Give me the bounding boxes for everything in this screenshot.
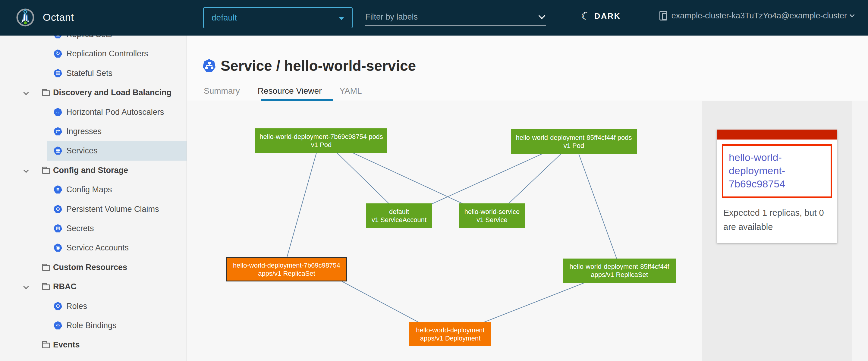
sidebar-section-custom-resources[interactable]: Custom Resources: [0, 257, 187, 277]
config-maps-icon: ≡: [54, 185, 62, 194]
sidebar-section-rbac[interactable]: RBAC: [0, 276, 187, 297]
sidebar-item-label: Services: [66, 146, 98, 156]
graph-node-deploy[interactable]: hello-world-deployment apps/v1 Deploymen…: [409, 322, 491, 346]
graph-node-svc[interactable]: hello-world-service v1 Service: [459, 203, 525, 228]
sidebar-item-persistent-volume-claims[interactable]: ⊖ Persistent Volume Claims: [0, 199, 187, 219]
graph-node-kind: v1 Pod: [564, 142, 584, 150]
services-icon: ▦: [54, 146, 62, 155]
selected-resource-link[interactable]: hello-world-deployment-7b69c98754: [729, 152, 785, 190]
selected-resource-box: hello-world-deployment-7b69c98754: [722, 144, 832, 198]
sidebar-item-replication-controllers[interactable]: ↻ Replication Controllers: [0, 44, 187, 64]
status-accent-bar: [717, 130, 837, 139]
sidebar-item-label: Replica Sets: [66, 36, 112, 39]
sidebar-item-label: Config Maps: [66, 185, 112, 194]
active-tab-underline: [261, 99, 333, 101]
folder-icon: [42, 285, 50, 290]
sidebar-item-services[interactable]: ▦ Services: [0, 141, 187, 161]
replica-sets-icon: ▣: [54, 36, 62, 39]
moon-icon: ☾: [580, 10, 591, 22]
sidebar-item-label: Roles: [66, 302, 87, 311]
graph-node-name: hello-world-deployment-85ff4cf44f: [569, 262, 670, 271]
chevron-down-icon[interactable]: [23, 90, 29, 95]
folder-icon: [42, 265, 50, 271]
chevron-down-icon: [849, 12, 855, 18]
sidebar-item-label: Horizontal Pod Autoscalers: [66, 107, 164, 117]
sidebar-item-config-maps[interactable]: ≡ Config Maps: [0, 179, 187, 199]
graph-node-kind: apps/v1 Deployment: [420, 334, 481, 342]
sidebar-section-events[interactable]: Events: [0, 335, 187, 355]
graph-node-pod2[interactable]: hello-world-deployment-85ff4cf44f pods v…: [511, 129, 637, 154]
sidebar-item-horizontal-pod-autoscalers[interactable]: ↔ Horizontal Pod Autoscalers: [0, 102, 187, 122]
app-header: Octant default ☾ DARK example-cluster-ka…: [0, 0, 868, 36]
sidebar-item-label: Persistent Volume Claims: [66, 205, 159, 214]
service-accounts-icon: ◉: [54, 243, 62, 252]
sidebar-section-label: RBAC: [53, 282, 76, 291]
graph-node-rs2[interactable]: hello-world-deployment-85ff4cf44f apps/v…: [563, 259, 676, 283]
sidebar-item-label: Secrets: [66, 224, 94, 233]
sidebar-section-discovery-and-load-balancing[interactable]: Discovery and Load Balancing: [0, 83, 187, 102]
graph-node-kind: v1 Pod: [311, 141, 332, 149]
folder-icon: [42, 90, 50, 96]
sidebar-nav: ▣ Replica Sets ↻ Replication Controllers…: [0, 36, 187, 361]
persistent-volume-claims-icon: ⊖: [54, 205, 62, 214]
label-filter-input[interactable]: [365, 8, 546, 26]
graph-node-kind: v1 ServiceAccount: [372, 216, 427, 224]
graph-node-rs1[interactable]: hello-world-deployment-7b69c98754 apps/v…: [226, 257, 347, 282]
theme-toggle-button[interactable]: ☾ DARK: [581, 11, 621, 21]
page-title: Service / hello-world-service: [221, 58, 416, 74]
chevron-down-icon[interactable]: [23, 167, 29, 173]
sidebar-item-secrets[interactable]: ⊠ Secrets: [0, 219, 187, 238]
sidebar-item-roles[interactable]: ⊙ Roles: [0, 296, 187, 316]
stateful-sets-icon: ▤: [54, 69, 62, 77]
graph-node-name: hello-world-deployment-7b69c98754 pods: [259, 133, 383, 141]
label-filter: [365, 8, 546, 26]
sidebar-item-service-accounts[interactable]: ◉ Service Accounts: [0, 238, 187, 258]
sidebar-item-label: Role Bindings: [66, 321, 117, 330]
app-title: Octant: [43, 11, 74, 23]
namespace-dropdown-value: default: [212, 13, 237, 23]
folder-icon: [42, 168, 50, 174]
caret-down-icon: [339, 17, 344, 20]
graph-node-name: hello-world-deployment-85ff4cf44f pods: [516, 133, 632, 142]
resource-header: Service / hello-world-service: [203, 58, 416, 73]
sidebar-section-label: Discovery and Load Balancing: [53, 88, 172, 97]
role-bindings-icon: ∞: [54, 321, 62, 330]
sidebar-item-role-bindings[interactable]: ∞ Role Bindings: [0, 316, 187, 335]
graph-node-name: hello-world-service: [464, 208, 520, 216]
graph-node-kind: apps/v1 ReplicaSet: [258, 269, 315, 277]
sidebar-section-config-and-storage[interactable]: Config and Storage: [0, 160, 187, 180]
status-message: Expected 1 replicas, but 0 are available: [723, 206, 831, 234]
graph-node-name: hello-world-deployment: [416, 326, 484, 334]
roles-icon: ⊙: [54, 302, 62, 310]
sidebar-item-label: Replication Controllers: [66, 49, 148, 59]
graph-node-name: default: [389, 208, 409, 216]
ingresses-icon: ⇄: [54, 127, 62, 136]
octant-compass-logo: [16, 8, 35, 27]
selected-resource-card: hello-world-deployment-7b69c98754 Expect…: [717, 130, 837, 243]
folder-icon: [42, 342, 50, 348]
graph-node-pod1[interactable]: hello-world-deployment-7b69c98754 pods v…: [255, 128, 387, 153]
horizontal-pod-autoscalers-icon: ↔: [54, 108, 62, 116]
cluster-icon: [659, 11, 667, 21]
sidebar-item-label: Ingresses: [66, 127, 101, 136]
sidebar-item-stateful-sets[interactable]: ▤ Stateful Sets: [0, 63, 187, 83]
sidebar-section-label: Config and Storage: [53, 166, 128, 175]
secrets-icon: ⊠: [54, 224, 62, 233]
sidebar-section-label: Events: [53, 340, 80, 350]
cluster-selector[interactable]: example-cluster-ka3TuTzYo4a@example-clus…: [659, 11, 855, 21]
scrollbar-track[interactable]: [852, 101, 868, 361]
graph-node-sa[interactable]: default v1 ServiceAccount: [366, 203, 432, 228]
chevron-down-icon[interactable]: [23, 284, 29, 289]
detail-panel: hello-world-deployment-7b69c98754 Expect…: [702, 101, 868, 361]
replication-controllers-icon: ↻: [54, 50, 62, 58]
sidebar-item-replica-sets[interactable]: ▣ Replica Sets: [0, 36, 187, 44]
namespace-dropdown[interactable]: default: [203, 7, 352, 28]
theme-toggle-label: DARK: [594, 11, 621, 21]
sidebar-item-ingresses[interactable]: ⇄ Ingresses: [0, 122, 187, 141]
sidebar-section-label: Custom Resources: [53, 263, 127, 272]
graph-node-name: hello-world-deployment-7b69c98754: [233, 261, 340, 269]
sidebar-item-label: Service Accounts: [66, 243, 129, 253]
tab-summary[interactable]: Summary: [204, 86, 240, 102]
tab-yaml[interactable]: YAML: [340, 86, 362, 102]
cluster-selector-label: example-cluster-ka3TuTzYo4a@example-clus…: [672, 11, 847, 21]
